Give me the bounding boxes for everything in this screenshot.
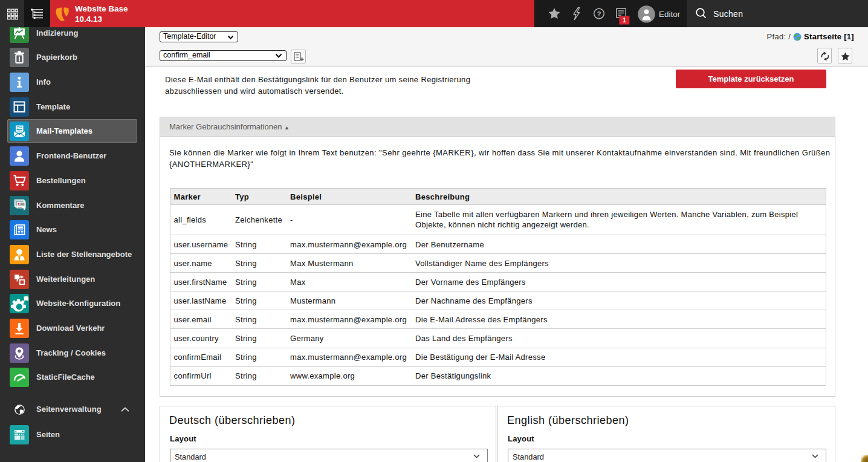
svg-text:Suchen: Suchen [713, 9, 743, 19]
svg-text:1: 1 [623, 17, 626, 24]
svg-text:Editor: Editor [659, 10, 681, 19]
svg-text:?: ? [597, 10, 601, 18]
svg-text:T: T [17, 126, 19, 130]
